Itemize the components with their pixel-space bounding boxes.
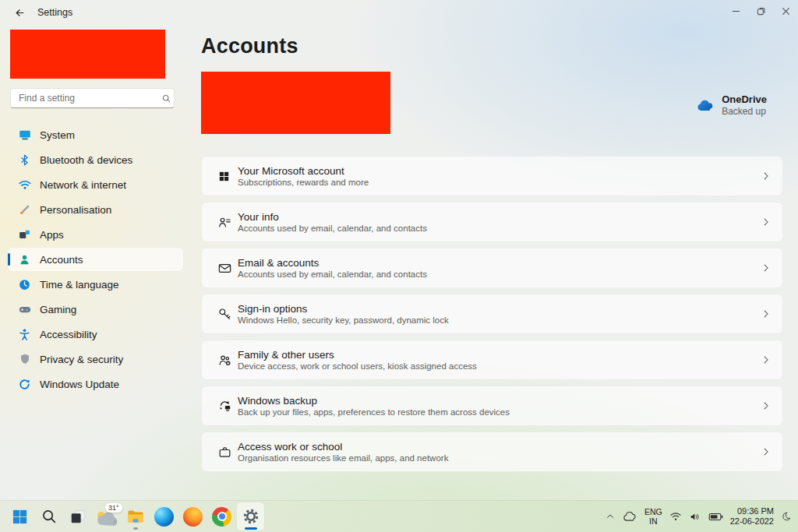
night-light-moon-icon[interactable] bbox=[781, 511, 792, 523]
window-controls bbox=[723, 0, 798, 23]
weather-widget-button[interactable]: 31° bbox=[93, 502, 120, 530]
close-button[interactable] bbox=[773, 0, 798, 23]
chrome-button[interactable] bbox=[208, 502, 235, 530]
titlebar: Settings bbox=[0, 0, 798, 25]
minimize-button[interactable] bbox=[723, 0, 748, 23]
search-input[interactable] bbox=[11, 93, 158, 104]
sidebar-item-label: Apps bbox=[40, 229, 64, 241]
card-family-other-users[interactable]: Family & other users Device access, work… bbox=[201, 340, 783, 380]
wifi-tray-icon[interactable] bbox=[669, 511, 682, 522]
card-subtitle: Accounts used by email, calendar, and co… bbox=[238, 224, 427, 233]
key-icon bbox=[202, 307, 238, 322]
firefox-button[interactable] bbox=[179, 502, 207, 530]
chevron-right-icon bbox=[761, 171, 772, 181]
onedrive-label: OneDrive bbox=[722, 93, 767, 105]
card-title: Windows backup bbox=[238, 395, 510, 407]
system-tray: ENG IN 09:36 PM 22-06-2022 bbox=[605, 501, 795, 532]
sidebar-item-personalisation[interactable]: Personalisation bbox=[8, 198, 183, 221]
file-explorer-icon bbox=[126, 507, 145, 526]
search-box[interactable] bbox=[10, 88, 175, 108]
language-indicator[interactable]: ENG IN bbox=[644, 507, 662, 526]
sidebar-item-time-language[interactable]: Time & language bbox=[8, 273, 183, 296]
clock-datetime[interactable]: 09:36 PM 22-06-2022 bbox=[730, 506, 774, 527]
sidebar-item-apps[interactable]: Apps bbox=[8, 223, 183, 246]
taskbar-search-button[interactable] bbox=[35, 502, 62, 530]
close-icon bbox=[782, 7, 790, 16]
active-app-indicator bbox=[245, 527, 257, 530]
clock-globe-icon bbox=[17, 277, 32, 292]
card-title: Sign-in options bbox=[238, 303, 449, 315]
card-subtitle: Device access, work or school users, kio… bbox=[238, 361, 477, 371]
firefox-icon bbox=[183, 507, 203, 527]
language-bottom: IN bbox=[644, 516, 662, 526]
settings-app-button[interactable] bbox=[237, 502, 264, 530]
backup-sync-icon bbox=[202, 399, 238, 414]
sidebar-item-windows-update[interactable]: Windows Update bbox=[8, 372, 183, 396]
envelope-icon bbox=[202, 261, 238, 276]
card-subtitle: Accounts used by email, calendar, and co… bbox=[238, 270, 427, 279]
sidebar-item-system[interactable]: System bbox=[8, 123, 183, 146]
person-icon bbox=[17, 252, 32, 267]
battery-tray-icon[interactable] bbox=[708, 512, 723, 522]
card-subtitle: Organisation resources like email, apps,… bbox=[238, 453, 448, 463]
main-content: Accounts OneDrive Backed up Your Microso… bbox=[191, 25, 798, 500]
sidebar-item-gaming[interactable]: Gaming bbox=[8, 298, 183, 321]
chevron-right-icon bbox=[761, 400, 772, 411]
sidebar-nav: System Bluetooth & devices Network & int… bbox=[8, 123, 183, 397]
weather-temperature: 31° bbox=[105, 503, 122, 513]
sidebar-item-label: Gaming bbox=[40, 304, 76, 315]
card-windows-backup[interactable]: Windows backup Back up your files, apps,… bbox=[201, 386, 783, 426]
brush-icon bbox=[17, 203, 32, 217]
chevron-right-icon bbox=[761, 308, 772, 319]
search-icon bbox=[41, 508, 58, 525]
sidebar-item-accessibility[interactable]: Accessibility bbox=[8, 322, 183, 346]
volume-tray-icon[interactable] bbox=[689, 511, 701, 523]
chevron-right-icon bbox=[761, 217, 772, 227]
card-title: Your info bbox=[238, 211, 427, 223]
language-top: ENG bbox=[644, 507, 662, 516]
card-subtitle: Windows Hello, security key, password, d… bbox=[238, 315, 449, 325]
sidebar-item-label: System bbox=[40, 129, 75, 141]
taskbar: 31° bbox=[0, 500, 798, 532]
settings-window: Settings Syste bbox=[0, 0, 798, 532]
card-title: Email & accounts bbox=[238, 257, 427, 269]
sidebar-item-privacy[interactable]: Privacy & security bbox=[8, 347, 183, 371]
sidebar-item-label: Privacy & security bbox=[40, 354, 123, 365]
task-view-button[interactable] bbox=[64, 502, 91, 530]
search-icon bbox=[158, 93, 174, 104]
chevron-right-icon bbox=[761, 446, 772, 457]
person-list-icon bbox=[202, 215, 238, 230]
tray-chevron-up-icon[interactable] bbox=[605, 511, 616, 522]
card-title: Your Microsoft account bbox=[238, 165, 369, 177]
microsoft-logo-icon bbox=[202, 170, 238, 183]
sidebar-item-bluetooth[interactable]: Bluetooth & devices bbox=[8, 148, 183, 171]
accessibility-person-icon bbox=[17, 327, 32, 342]
sidebar-item-label: Network & internet bbox=[40, 179, 126, 191]
card-your-info[interactable]: Your info Accounts used by email, calend… bbox=[201, 202, 783, 242]
update-arrows-icon bbox=[17, 377, 32, 392]
apps-grid-icon bbox=[17, 227, 32, 242]
edge-icon bbox=[154, 507, 174, 527]
gamepad-icon bbox=[17, 302, 32, 317]
windows-logo-icon bbox=[11, 508, 29, 526]
edge-button[interactable] bbox=[150, 502, 178, 530]
onedrive-cloud-icon bbox=[697, 100, 714, 111]
redacted-account-details-block bbox=[201, 72, 390, 134]
back-button[interactable] bbox=[8, 3, 31, 22]
sidebar-item-accounts[interactable]: Accounts bbox=[8, 248, 183, 271]
card-sign-in-options[interactable]: Sign-in options Windows Hello, security … bbox=[201, 294, 783, 334]
sidebar-item-label: Windows Update bbox=[40, 379, 119, 390]
file-explorer-button[interactable] bbox=[122, 502, 149, 530]
sidebar-item-network[interactable]: Network & internet bbox=[8, 173, 183, 196]
onedrive-tray-icon[interactable] bbox=[623, 511, 637, 522]
card-your-microsoft-account[interactable]: Your Microsoft account Subscriptions, re… bbox=[201, 156, 783, 196]
sidebar-item-label: Accessibility bbox=[40, 329, 97, 340]
clock-time: 09:36 PM bbox=[730, 506, 774, 516]
restore-button[interactable] bbox=[748, 0, 773, 23]
card-email-accounts[interactable]: Email & accounts Accounts used by email,… bbox=[201, 248, 783, 288]
sidebar-item-label: Personalisation bbox=[40, 204, 111, 216]
card-access-work-school[interactable]: Access work or school Organisation resou… bbox=[201, 432, 783, 472]
gear-icon bbox=[242, 508, 260, 525]
onedrive-status[interactable]: OneDrive Backed up bbox=[697, 93, 767, 117]
start-button[interactable] bbox=[6, 502, 34, 530]
